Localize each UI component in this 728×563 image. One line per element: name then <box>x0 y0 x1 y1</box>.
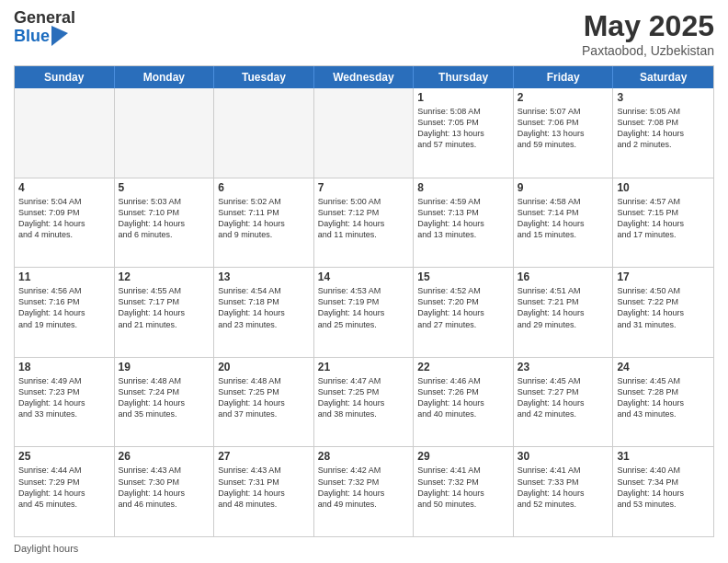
calendar-cell: 31Sunrise: 4:40 AM Sunset: 7:34 PM Dayli… <box>613 447 713 536</box>
calendar-cell: 30Sunrise: 4:41 AM Sunset: 7:33 PM Dayli… <box>514 447 614 536</box>
calendar-cell: 3Sunrise: 5:05 AM Sunset: 7:08 PM Daylig… <box>613 88 713 178</box>
day-number: 31 <box>617 450 710 463</box>
calendar-cell: 14Sunrise: 4:53 AM Sunset: 7:19 PM Dayli… <box>314 268 415 357</box>
day-info: Sunrise: 5:04 AM Sunset: 7:09 PM Dayligh… <box>18 196 110 241</box>
calendar-cell: 5Sunrise: 5:03 AM Sunset: 7:10 PM Daylig… <box>115 178 215 268</box>
svg-marker-0 <box>51 26 68 46</box>
day-info: Sunrise: 4:41 AM Sunset: 7:32 PM Dayligh… <box>417 465 509 510</box>
calendar-cell: 10Sunrise: 4:57 AM Sunset: 7:15 PM Dayli… <box>613 178 713 268</box>
day-info: Sunrise: 5:07 AM Sunset: 7:06 PM Dayligh… <box>518 106 609 151</box>
calendar-cell: 7Sunrise: 5:00 AM Sunset: 7:12 PM Daylig… <box>314 178 415 268</box>
location: Paxtaobod, Uzbekistan <box>582 43 714 58</box>
day-number: 20 <box>218 361 310 373</box>
day-number: 13 <box>218 270 310 283</box>
footer: Daylight hours <box>14 543 714 554</box>
day-info: Sunrise: 4:43 AM Sunset: 7:30 PM Dayligh… <box>119 465 210 510</box>
day-info: Sunrise: 5:02 AM Sunset: 7:11 PM Dayligh… <box>218 196 310 241</box>
day-number: 23 <box>518 361 609 373</box>
calendar-cell: 12Sunrise: 4:55 AM Sunset: 7:17 PM Dayli… <box>115 268 215 357</box>
calendar-cell: 15Sunrise: 4:52 AM Sunset: 7:20 PM Dayli… <box>414 268 514 357</box>
title-area: May 2025 Paxtaobod, Uzbekistan <box>582 9 714 58</box>
day-number: 28 <box>318 450 410 463</box>
calendar-cell: 13Sunrise: 4:54 AM Sunset: 7:18 PM Dayli… <box>214 268 314 357</box>
day-number: 2 <box>518 91 609 104</box>
calendar-cell: 6Sunrise: 5:02 AM Sunset: 7:11 PM Daylig… <box>214 178 314 268</box>
page: General Blue May 2025 Paxtaobod, Uzbekis… <box>0 0 728 563</box>
day-info: Sunrise: 4:43 AM Sunset: 7:31 PM Dayligh… <box>218 465 310 510</box>
day-header-sunday: Sunday <box>15 66 115 88</box>
day-info: Sunrise: 4:45 AM Sunset: 7:28 PM Dayligh… <box>617 375 710 420</box>
day-number: 3 <box>617 91 710 104</box>
day-info: Sunrise: 4:59 AM Sunset: 7:13 PM Dayligh… <box>417 196 509 241</box>
calendar-cell: 19Sunrise: 4:48 AM Sunset: 7:24 PM Dayli… <box>115 358 215 447</box>
day-number: 18 <box>18 361 110 373</box>
calendar-cell <box>115 88 215 178</box>
day-number: 25 <box>18 450 110 463</box>
calendar-cell: 20Sunrise: 4:48 AM Sunset: 7:25 PM Dayli… <box>214 358 314 447</box>
day-number: 8 <box>417 181 509 194</box>
day-number: 4 <box>18 181 110 194</box>
calendar-cell: 21Sunrise: 4:47 AM Sunset: 7:25 PM Dayli… <box>314 358 415 447</box>
calendar-cell <box>214 88 314 178</box>
day-info: Sunrise: 5:08 AM Sunset: 7:05 PM Dayligh… <box>417 106 509 151</box>
day-number: 26 <box>119 450 210 463</box>
calendar-cell: 16Sunrise: 4:51 AM Sunset: 7:21 PM Dayli… <box>514 268 614 357</box>
day-number: 21 <box>318 361 410 373</box>
day-number: 6 <box>218 181 310 194</box>
logo: General Blue <box>14 9 75 46</box>
calendar-cell: 28Sunrise: 4:42 AM Sunset: 7:32 PM Dayli… <box>314 447 415 536</box>
header: General Blue May 2025 Paxtaobod, Uzbekis… <box>14 9 714 58</box>
day-header-monday: Monday <box>115 66 215 88</box>
day-info: Sunrise: 4:52 AM Sunset: 7:20 PM Dayligh… <box>417 285 509 330</box>
calendar-cell: 26Sunrise: 4:43 AM Sunset: 7:30 PM Dayli… <box>115 447 215 536</box>
day-info: Sunrise: 4:47 AM Sunset: 7:25 PM Dayligh… <box>318 375 410 420</box>
calendar-cell: 29Sunrise: 4:41 AM Sunset: 7:32 PM Dayli… <box>414 447 514 536</box>
calendar-cell: 4Sunrise: 5:04 AM Sunset: 7:09 PM Daylig… <box>15 178 115 268</box>
day-info: Sunrise: 4:57 AM Sunset: 7:15 PM Dayligh… <box>617 196 710 241</box>
logo-general: General <box>14 9 75 26</box>
day-info: Sunrise: 4:48 AM Sunset: 7:24 PM Dayligh… <box>119 375 210 420</box>
day-info: Sunrise: 4:54 AM Sunset: 7:18 PM Dayligh… <box>218 285 310 330</box>
day-info: Sunrise: 4:56 AM Sunset: 7:16 PM Dayligh… <box>18 285 110 330</box>
day-number: 27 <box>218 450 310 463</box>
calendar-cell: 25Sunrise: 4:44 AM Sunset: 7:29 PM Dayli… <box>15 447 115 536</box>
day-info: Sunrise: 4:40 AM Sunset: 7:34 PM Dayligh… <box>617 465 710 510</box>
calendar-cell: 2Sunrise: 5:07 AM Sunset: 7:06 PM Daylig… <box>514 88 614 178</box>
day-number: 16 <box>518 270 609 283</box>
day-info: Sunrise: 4:44 AM Sunset: 7:29 PM Dayligh… <box>18 465 110 510</box>
calendar-cell: 11Sunrise: 4:56 AM Sunset: 7:16 PM Dayli… <box>15 268 115 357</box>
day-info: Sunrise: 4:53 AM Sunset: 7:19 PM Dayligh… <box>318 285 410 330</box>
calendar: SundayMondayTuesdayWednesdayThursdayFrid… <box>14 65 714 537</box>
day-header-saturday: Saturday <box>613 66 713 88</box>
day-info: Sunrise: 4:50 AM Sunset: 7:22 PM Dayligh… <box>617 285 710 330</box>
calendar-row: 4Sunrise: 5:04 AM Sunset: 7:09 PM Daylig… <box>15 178 713 268</box>
day-info: Sunrise: 4:48 AM Sunset: 7:25 PM Dayligh… <box>218 375 310 420</box>
day-info: Sunrise: 4:55 AM Sunset: 7:17 PM Dayligh… <box>119 285 210 330</box>
calendar-row: 25Sunrise: 4:44 AM Sunset: 7:29 PM Dayli… <box>15 446 713 536</box>
logo-text: General Blue <box>14 9 75 46</box>
day-info: Sunrise: 4:42 AM Sunset: 7:32 PM Dayligh… <box>318 465 410 510</box>
calendar-row: 1Sunrise: 5:08 AM Sunset: 7:05 PM Daylig… <box>15 88 713 178</box>
day-info: Sunrise: 4:49 AM Sunset: 7:23 PM Dayligh… <box>18 375 110 420</box>
calendar-cell: 9Sunrise: 4:58 AM Sunset: 7:14 PM Daylig… <box>514 178 614 268</box>
day-header-thursday: Thursday <box>414 66 514 88</box>
calendar-cell: 27Sunrise: 4:43 AM Sunset: 7:31 PM Dayli… <box>214 447 314 536</box>
calendar-cell: 8Sunrise: 4:59 AM Sunset: 7:13 PM Daylig… <box>414 178 514 268</box>
day-info: Sunrise: 5:00 AM Sunset: 7:12 PM Dayligh… <box>318 196 410 241</box>
day-number: 17 <box>617 270 710 283</box>
day-number: 29 <box>417 450 509 463</box>
day-number: 1 <box>417 91 509 104</box>
daylight-hours-label: Daylight hours <box>14 543 78 554</box>
calendar-body: 1Sunrise: 5:08 AM Sunset: 7:05 PM Daylig… <box>15 88 713 536</box>
day-number: 9 <box>518 181 609 194</box>
day-info: Sunrise: 5:03 AM Sunset: 7:10 PM Dayligh… <box>119 196 210 241</box>
calendar-cell: 18Sunrise: 4:49 AM Sunset: 7:23 PM Dayli… <box>15 358 115 447</box>
day-number: 11 <box>18 270 110 283</box>
day-header-tuesday: Tuesday <box>214 66 314 88</box>
day-number: 12 <box>119 270 210 283</box>
day-number: 19 <box>119 361 210 373</box>
day-header-friday: Friday <box>514 66 614 88</box>
day-info: Sunrise: 5:05 AM Sunset: 7:08 PM Dayligh… <box>617 106 710 151</box>
calendar-cell <box>314 88 415 178</box>
calendar-row: 11Sunrise: 4:56 AM Sunset: 7:16 PM Dayli… <box>15 267 713 357</box>
